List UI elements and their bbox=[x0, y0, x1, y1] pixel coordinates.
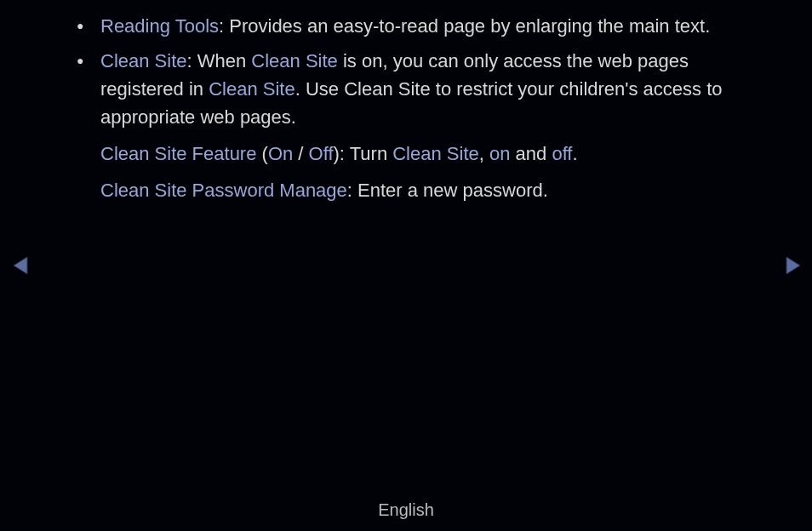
triangle-right-icon bbox=[785, 255, 802, 276]
term-reading-tools: Reading Tools bbox=[100, 15, 219, 37]
desc-text: ): Turn bbox=[334, 143, 393, 164]
next-page-button[interactable] bbox=[785, 255, 802, 276]
desc-text: : Provides an easy-to-read page by enlar… bbox=[219, 15, 710, 37]
desc-text: : Enter a new password. bbox=[347, 180, 548, 201]
triangle-left-icon bbox=[12, 255, 29, 276]
list-item: Clean Site: When Clean Site is on, you c… bbox=[77, 47, 735, 204]
term-off-inline: off bbox=[552, 143, 572, 164]
desc-text: : When bbox=[187, 50, 252, 71]
footer-language: English bbox=[0, 497, 812, 522]
term-clean-site-password: Clean Site Password Manage bbox=[100, 180, 347, 201]
term-clean-site-feature: Clean Site Feature bbox=[100, 143, 256, 164]
term-off: Off bbox=[309, 143, 334, 164]
list-item: Reading Tools: Provides an easy-to-read … bbox=[77, 12, 735, 40]
prev-page-button[interactable] bbox=[12, 255, 29, 276]
term-clean-site-inline: Clean Site bbox=[251, 50, 338, 71]
svg-marker-0 bbox=[14, 257, 27, 274]
sub-paragraph: Clean Site Password Manage: Enter a new … bbox=[100, 176, 735, 204]
sub-paragraph: Clean Site Feature (On / Off): Turn Clea… bbox=[100, 140, 735, 168]
term-on: On bbox=[268, 143, 293, 164]
desc-text: . bbox=[572, 143, 577, 164]
desc-text: and bbox=[510, 143, 552, 164]
bullet-list: Reading Tools: Provides an easy-to-read … bbox=[77, 12, 735, 204]
term-clean-site-inline: Clean Site bbox=[392, 143, 479, 164]
desc-text: ( bbox=[256, 143, 267, 164]
term-on-inline: on bbox=[489, 143, 510, 164]
svg-marker-1 bbox=[786, 257, 800, 274]
term-clean-site-inline: Clean Site bbox=[209, 78, 295, 100]
term-clean-site: Clean Site bbox=[100, 50, 187, 71]
help-content: Reading Tools: Provides an easy-to-read … bbox=[0, 0, 812, 204]
desc-text: , bbox=[479, 143, 489, 164]
desc-text: / bbox=[293, 143, 308, 164]
